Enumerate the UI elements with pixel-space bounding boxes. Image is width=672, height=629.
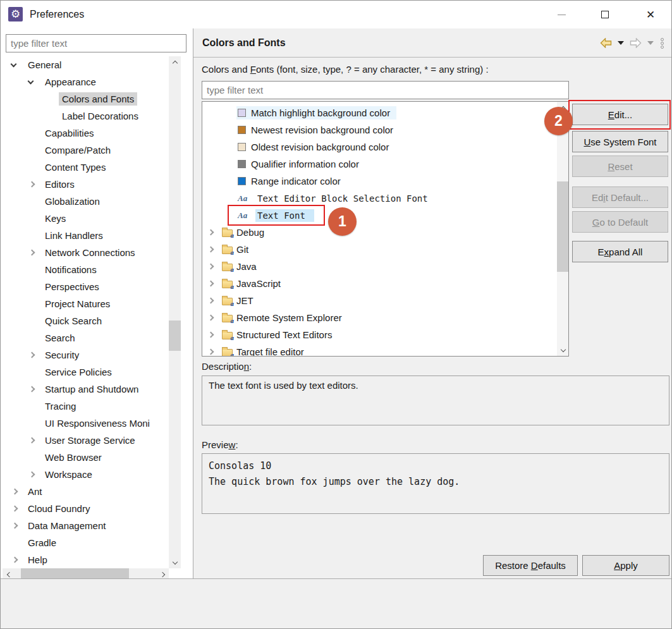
list-item-match-highlight-background-color[interactable]: Match highlight background color	[202, 104, 557, 121]
tree-item-startup-and-shutdown[interactable]: Startup and Shutdown	[3, 381, 168, 398]
tree-item-help[interactable]: Help	[3, 551, 168, 568]
list-item-jet[interactable]: JET	[202, 292, 557, 309]
tree-item-data-management[interactable]: Data Management	[3, 517, 168, 534]
list-item-text-font[interactable]: AaText Font	[202, 207, 557, 224]
list-item-range-indicator-color[interactable]: Range indicator color	[202, 173, 557, 190]
tree-item-compare-patch[interactable]: Compare/Patch	[3, 142, 168, 159]
tree-item-search[interactable]: Search	[3, 329, 168, 346]
tree-item-general[interactable]: General	[3, 56, 168, 73]
tree-item-appearance[interactable]: Appearance	[3, 73, 168, 90]
chevron-right-icon[interactable]	[207, 298, 221, 303]
tree-item-label: Gradle	[25, 536, 59, 549]
colors-fonts-filter-input[interactable]	[202, 81, 569, 99]
list-item-qualifier-information-color[interactable]: Qualifier information color	[202, 156, 557, 173]
tree-item-label-decorations[interactable]: Label Decorations	[3, 107, 168, 125]
font-sample-icon: Aa	[238, 193, 250, 204]
colors-fonts-list: Match highlight background colorNewest r…	[202, 101, 569, 357]
chevron-right-icon[interactable]	[11, 506, 25, 511]
tree-item-cloud-foundry[interactable]: Cloud Foundry	[3, 500, 168, 517]
tree-item-editors[interactable]: Editors	[3, 176, 168, 193]
preferences-gear-icon: ⚙	[8, 7, 23, 21]
font-item-label: Text Font	[255, 209, 314, 222]
scroll-up-icon[interactable]	[557, 102, 569, 114]
chevron-right-icon[interactable]	[207, 315, 221, 320]
chevron-right-icon[interactable]	[207, 264, 221, 269]
tree-item-content-types[interactable]: Content Types	[3, 159, 168, 176]
tree-item-label: Quick Search	[42, 314, 105, 327]
tree-item-network-connections[interactable]: Network Connections	[3, 244, 168, 261]
list-item-java[interactable]: Java	[202, 258, 557, 275]
tree-item-label: Network Connections	[42, 246, 138, 259]
list-item-remote-system-explorer[interactable]: Remote System Explorer	[202, 309, 557, 326]
tree-item-project-natures[interactable]: Project Natures	[3, 295, 168, 312]
list-item-oldest-revision-background-color[interactable]: Oldest revision background color	[202, 138, 557, 156]
edit-button[interactable]: Edit...	[572, 104, 668, 125]
expand-all-button[interactable]: Expand All	[572, 241, 668, 262]
chevron-right-icon[interactable]	[28, 387, 42, 391]
chevron-right-icon[interactable]	[28, 182, 42, 186]
forward-history-dropdown-icon[interactable]	[647, 41, 654, 45]
list-item-target-file-editor[interactable]: Target file editor	[202, 343, 557, 357]
chevron-right-icon[interactable]	[11, 523, 25, 528]
chevron-right-icon[interactable]	[11, 558, 25, 562]
scroll-down-icon[interactable]	[557, 344, 569, 356]
tree-item-label: User Storage Service	[42, 434, 138, 447]
chevron-right-icon[interactable]	[28, 438, 42, 443]
reset-button: Reset	[572, 156, 668, 177]
chevron-down-icon[interactable]	[28, 81, 42, 83]
tree-item-capabilities[interactable]: Capabilities	[3, 125, 168, 142]
list-item-structured-text-editors[interactable]: Structured Text Editors	[202, 326, 557, 343]
maximize-button[interactable]	[590, 1, 620, 28]
view-menu-icon[interactable]	[661, 38, 664, 49]
tree-item-tracing[interactable]: Tracing	[3, 398, 168, 415]
chevron-right-icon[interactable]	[207, 350, 221, 354]
chevron-right-icon[interactable]	[207, 230, 221, 235]
tree-item-label: Cloud Foundry	[25, 502, 93, 515]
restore-defaults-button[interactable]: Restore Defaults	[483, 555, 578, 576]
list-vscroll-thumb[interactable]	[557, 181, 568, 272]
tree-item-security[interactable]: Security	[3, 346, 168, 363]
chevron-right-icon[interactable]	[28, 472, 42, 477]
tree-item-globalization[interactable]: Globalization	[3, 193, 168, 210]
forward-arrow-icon[interactable]	[630, 38, 642, 48]
category-folder-icon	[222, 281, 233, 288]
chevron-down-icon[interactable]	[11, 64, 25, 66]
tree-item-user-storage-service[interactable]: User Storage Service	[3, 432, 168, 449]
scroll-up-icon[interactable]	[169, 56, 181, 68]
tree-item-service-policies[interactable]: Service Policies	[3, 363, 168, 381]
tree-item-ant[interactable]: Ant	[3, 483, 168, 500]
tree-item-ui-responsiveness-moni[interactable]: UI Responsiveness Moni	[3, 415, 168, 432]
chevron-right-icon[interactable]	[207, 247, 221, 252]
list-item-text-editor-block-selection-font[interactable]: AaText Editor Block Selection Font	[202, 190, 557, 207]
list-vertical-scrollbar[interactable]	[557, 102, 568, 356]
scroll-down-icon[interactable]	[169, 556, 181, 568]
close-button[interactable]: ✕	[636, 1, 665, 28]
list-item-javascript[interactable]: JavaScript	[202, 275, 557, 292]
back-arrow-icon[interactable]	[600, 38, 612, 48]
tree-vscroll-thumb[interactable]	[169, 321, 181, 351]
minimize-button[interactable]	[547, 1, 576, 28]
chevron-right-icon[interactable]	[28, 250, 42, 255]
chevron-right-icon[interactable]	[207, 281, 221, 286]
tree-item-gradle[interactable]: Gradle	[3, 534, 168, 551]
list-item-git[interactable]: Git	[202, 241, 557, 258]
list-item-newest-revision-background-color[interactable]: Newest revision background color	[202, 121, 557, 138]
chevron-right-icon[interactable]	[207, 333, 221, 337]
use-system-font-button[interactable]: Use System Font	[572, 131, 668, 152]
tree-filter-input[interactable]	[6, 34, 186, 52]
back-history-dropdown-icon[interactable]	[618, 41, 624, 45]
preferences-dialog: ⚙ Preferences ✕ GeneralAppearanceColors …	[0, 0, 672, 629]
chevron-right-icon[interactable]	[28, 353, 42, 357]
tree-item-notifications[interactable]: Notifications	[3, 261, 168, 278]
tree-item-link-handlers[interactable]: Link Handlers	[3, 227, 168, 244]
chevron-right-icon[interactable]	[11, 489, 25, 494]
tree-vertical-scrollbar[interactable]	[169, 56, 181, 568]
tree-item-keys[interactable]: Keys	[3, 210, 168, 227]
tree-item-perspectives[interactable]: Perspectives	[3, 278, 168, 295]
tree-item-web-browser[interactable]: Web Browser	[3, 449, 168, 466]
tree-item-quick-search[interactable]: Quick Search	[3, 312, 168, 329]
list-item-debug[interactable]: Debug	[202, 224, 557, 241]
apply-button[interactable]: Apply	[582, 555, 669, 576]
tree-item-workspace[interactable]: Workspace	[3, 466, 168, 483]
tree-item-colors-and-fonts[interactable]: Colors and Fonts	[3, 90, 168, 107]
